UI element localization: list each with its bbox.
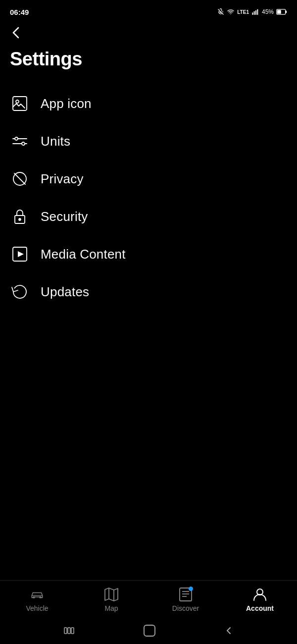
- svg-point-21: [33, 596, 35, 598]
- settings-label-media-content: Media Content: [41, 247, 126, 262]
- discover-nav-icon: [178, 588, 193, 601]
- settings-item-units[interactable]: Units: [5, 122, 292, 160]
- svg-rect-3: [254, 11, 255, 15]
- battery-icon: [276, 9, 287, 15]
- svg-point-18: [19, 218, 21, 220]
- status-icons: LTE1 45%: [217, 8, 287, 15]
- svg-rect-34: [144, 625, 155, 636]
- updates-icon: [10, 282, 30, 302]
- svg-rect-5: [257, 9, 258, 15]
- svg-point-22: [40, 596, 41, 598]
- nav-item-map[interactable]: Map: [74, 588, 148, 612]
- security-icon: [10, 207, 30, 226]
- svg-point-14: [22, 142, 25, 145]
- map-nav-label: Map: [104, 604, 118, 612]
- settings-list: App icon Units Privacy: [0, 85, 297, 311]
- android-back-button[interactable]: [224, 626, 234, 636]
- wifi-icon: [227, 8, 235, 15]
- recent-apps-button[interactable]: [63, 626, 75, 636]
- svg-marker-23: [105, 588, 118, 601]
- svg-rect-7: [286, 10, 287, 13]
- account-nav-icon: [252, 588, 267, 601]
- settings-label-units: Units: [41, 134, 70, 149]
- settings-item-media-content[interactable]: Media Content: [5, 235, 292, 273]
- battery-level: 45%: [262, 8, 274, 15]
- back-chevron-icon: [10, 27, 22, 39]
- settings-label-updates: Updates: [41, 284, 89, 300]
- settings-item-security[interactable]: Security: [5, 198, 292, 235]
- svg-point-1: [231, 14, 231, 14]
- status-time: 06:49: [10, 8, 29, 16]
- home-button[interactable]: [143, 624, 156, 637]
- svg-rect-4: [255, 10, 256, 15]
- bottom-nav: Vehicle Map Discover: [0, 580, 297, 617]
- vehicle-nav-icon: [30, 588, 45, 601]
- privacy-icon: [10, 169, 30, 189]
- svg-rect-31: [64, 628, 67, 634]
- settings-label-app-icon: App icon: [41, 96, 92, 111]
- discover-nav-label: Discover: [172, 604, 199, 612]
- svg-line-16: [14, 173, 25, 184]
- svg-marker-20: [18, 251, 24, 257]
- svg-rect-33: [71, 628, 74, 634]
- svg-point-13: [15, 137, 18, 140]
- settings-label-privacy: Privacy: [41, 171, 84, 187]
- media-content-icon: [10, 244, 30, 264]
- mute-icon: [217, 8, 224, 15]
- discover-badge: [189, 587, 193, 591]
- nav-item-vehicle[interactable]: Vehicle: [0, 588, 74, 612]
- app-icon-icon: [10, 94, 30, 113]
- page-title: Settings: [0, 44, 297, 85]
- map-nav-icon: [104, 588, 119, 601]
- lte-indicator: LTE1: [237, 9, 249, 15]
- back-button[interactable]: [0, 22, 297, 44]
- settings-label-security: Security: [41, 209, 88, 224]
- settings-item-privacy[interactable]: Privacy: [5, 160, 292, 198]
- svg-rect-8: [277, 10, 281, 14]
- account-nav-label: Account: [246, 604, 274, 612]
- status-bar: 06:49 LTE1 45%: [0, 0, 297, 22]
- nav-item-account[interactable]: Account: [223, 588, 297, 612]
- settings-item-updates[interactable]: Updates: [5, 273, 292, 311]
- signal-icon: [251, 8, 259, 15]
- nav-item-discover[interactable]: Discover: [148, 588, 223, 612]
- home-indicator: [0, 617, 297, 644]
- svg-rect-2: [252, 12, 253, 15]
- svg-point-10: [16, 100, 19, 103]
- vehicle-nav-label: Vehicle: [26, 604, 48, 612]
- units-icon: [10, 131, 30, 151]
- settings-item-app-icon[interactable]: App icon: [5, 85, 292, 122]
- svg-rect-32: [68, 628, 70, 634]
